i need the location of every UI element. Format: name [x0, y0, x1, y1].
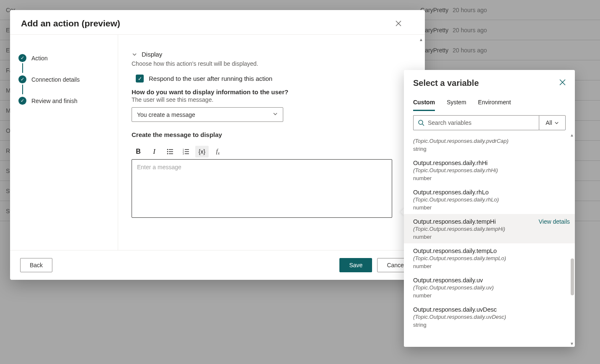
respond-checkbox[interactable]: ✓ [136, 75, 144, 83]
variable-path: (Topic.Output.responses.daily.uv) [413, 284, 569, 291]
save-button[interactable]: Save [339, 258, 372, 272]
popover-title: Select a variable [413, 78, 479, 88]
modal-title: Add an action (preview) [21, 18, 120, 28]
variable-item[interactable]: Output.responses.daily.rhHi(Topic.Output… [413, 155, 572, 185]
italic-button[interactable]: I [147, 146, 161, 157]
svg-point-12 [419, 120, 423, 124]
scroll-up-icon[interactable]: ▲ [419, 37, 423, 42]
svg-rect-9 [185, 151, 189, 152]
scroll-down-icon[interactable]: ▼ [570, 341, 574, 346]
chevron-down-icon [132, 52, 137, 57]
step-action[interactable]: ✓ Action [18, 51, 109, 72]
variable-item[interactable]: Output.responses.daily.tempHi(Topic.Outp… [404, 214, 575, 243]
variable-item[interactable]: Output.responses.daily.rhLo(Topic.Output… [413, 185, 572, 214]
svg-point-4 [167, 153, 168, 155]
variable-type: number [413, 263, 569, 269]
variable-type: number [413, 175, 569, 181]
close-icon[interactable] [559, 79, 566, 87]
modified-time: 20 hours ago [453, 27, 487, 34]
section-label: Display [142, 51, 162, 58]
insert-formula-button[interactable]: fx [211, 146, 225, 157]
variable-path: (Topic.Output.responses.daily.rhHi) [413, 167, 569, 173]
variable-item[interactable]: Output.responses.daily.tempLo(Topic.Outp… [413, 243, 572, 273]
tab-custom[interactable]: Custom [413, 96, 435, 111]
filter-label: All [546, 119, 552, 126]
variable-item[interactable]: Output.responses.daily.uvDesc(Topic.Outp… [413, 302, 572, 331]
check-icon: ✓ [18, 54, 26, 62]
variable-path: (Topic.Output.responses.daily.tempHi) [413, 226, 570, 232]
close-icon[interactable] [394, 19, 403, 28]
variable-path: (Topic.Output.responses.daily.rhLo) [413, 196, 569, 203]
editor-toolbar: B I 123 {x} fx [132, 146, 411, 157]
insert-variable-button[interactable]: {x} [195, 146, 209, 157]
tab-system[interactable]: System [447, 96, 466, 111]
respond-checkbox-label: Respond to the user after running this a… [149, 75, 272, 82]
variable-type: number [413, 204, 569, 211]
step-label: Review and finish [31, 98, 78, 104]
view-details-link[interactable]: View details [539, 218, 570, 225]
background-row-meta: GaryPretty20 hours ago [420, 7, 487, 13]
background-row-meta: GaryPretty20 hours ago [420, 27, 487, 34]
chevron-down-icon [273, 111, 278, 118]
variable-name: Output.responses.daily.rhLo [413, 189, 569, 196]
variable-name: Output.responses.daily.tempLo [413, 248, 569, 254]
svg-rect-7 [185, 149, 189, 150]
check-icon: ✓ [18, 75, 26, 83]
search-variables-input[interactable]: Search variables [413, 115, 539, 130]
popover-tabs: Custom System Environment [404, 96, 575, 111]
how-display-heading: How do you want to display information t… [132, 88, 411, 96]
variable-name: Output.responses.daily.uv [413, 277, 569, 284]
add-action-modal: Add an action (preview) ✓ Action ✓ Conne… [10, 10, 425, 280]
variable-item[interactable]: (Topic.Output.responses.daily.pvdrCap)st… [413, 133, 572, 155]
svg-rect-1 [169, 149, 173, 150]
tab-environment[interactable]: Environment [478, 96, 511, 111]
variable-picker-popover: Select a variable Custom System Environm… [404, 70, 575, 347]
wizard-steps: ✓ Action ✓ Connection details ✓ Review a… [10, 35, 118, 250]
step-review-finish[interactable]: ✓ Review and finish [18, 93, 109, 115]
display-section-toggle[interactable]: Display [132, 51, 411, 58]
search-placeholder: Search variables [428, 119, 471, 126]
variable-type: number [413, 292, 569, 299]
how-display-sub: The user will see this message. [132, 96, 411, 103]
modal-content: ▲ Display Choose how this action's resul… [118, 35, 425, 250]
message-textbox[interactable]: Enter a message [132, 159, 392, 218]
background-row-meta: GaryPretty20 hours ago [420, 47, 487, 54]
bold-button[interactable]: B [132, 146, 145, 157]
display-mode-select[interactable]: You create a message [132, 107, 283, 122]
check-icon: ✓ [18, 97, 26, 105]
variable-name: Output.responses.daily.uvDesc [413, 306, 569, 313]
variable-item[interactable]: Output.responses.daily.uv(Topic.Output.r… [413, 273, 572, 302]
variable-name: Output.responses.daily.rhHi [413, 160, 569, 166]
section-description: Choose how this action's result will be … [132, 60, 411, 67]
search-icon [418, 119, 424, 126]
back-button[interactable]: Back [20, 258, 52, 272]
svg-rect-11 [185, 153, 189, 154]
variable-path: (Topic.Output.responses.daily.tempLo) [413, 255, 569, 261]
step-label: Action [31, 55, 48, 62]
step-connection-details[interactable]: ✓ Connection details [18, 72, 109, 93]
create-message-label: Create the message to display [132, 131, 411, 138]
svg-rect-3 [169, 151, 173, 152]
svg-rect-5 [169, 153, 173, 154]
variable-type: string [413, 322, 569, 328]
variable-path: (Topic.Output.responses.daily.pvdrCap) [413, 138, 569, 144]
svg-line-13 [422, 124, 424, 126]
variable-path: (Topic.Output.responses.daily.uvDesc) [413, 314, 569, 320]
chevron-down-icon [554, 121, 559, 125]
variable-type: number [413, 234, 570, 240]
variable-filter-select[interactable]: All [539, 115, 566, 130]
modified-time: 20 hours ago [453, 47, 487, 54]
svg-point-0 [167, 149, 168, 150]
ordered-list-button[interactable]: 123 [179, 146, 193, 157]
variable-list[interactable]: ▲ ▼ (Topic.Output.responses.daily.pvdrCa… [404, 132, 575, 347]
select-value: You create a message [137, 111, 195, 118]
unordered-list-button[interactable] [163, 146, 177, 157]
step-label: Connection details [31, 76, 80, 83]
variable-type: string [413, 146, 569, 152]
svg-text:3: 3 [183, 152, 184, 155]
modified-time: 20 hours ago [453, 7, 487, 13]
svg-point-2 [167, 151, 168, 152]
